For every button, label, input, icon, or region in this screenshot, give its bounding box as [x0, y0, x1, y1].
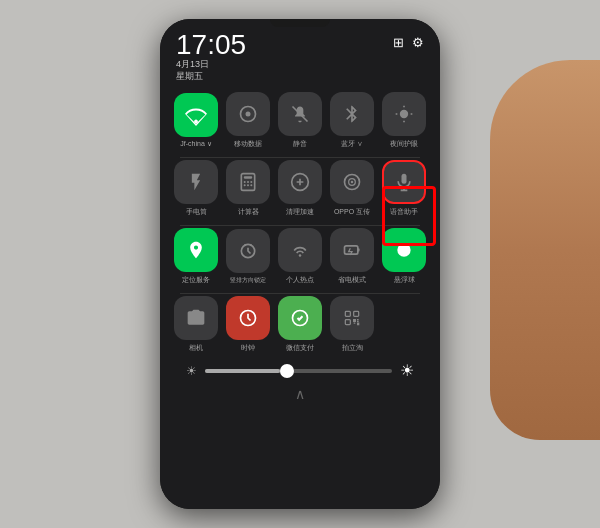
- taobao-scan-icon: [330, 296, 374, 340]
- flashlight-label: 手电筒: [186, 207, 207, 217]
- qs-item-hotspot[interactable]: 个人热点: [276, 228, 324, 285]
- svg-point-11: [244, 181, 246, 183]
- qs-item-silent[interactable]: 静音: [276, 92, 324, 149]
- mobile-data-icon: [226, 92, 270, 136]
- day: 星期五: [176, 71, 203, 81]
- qs-item-taobao-scan[interactable]: 拍立淘: [328, 296, 376, 353]
- svg-point-27: [397, 244, 410, 257]
- status-bar: 17:05 4月13日 星期五 ⊞ ⚙: [160, 19, 440, 86]
- qs-item-flashlight[interactable]: 手电筒: [172, 160, 220, 217]
- qs-item-empty: [380, 301, 428, 348]
- svg-point-16: [250, 185, 252, 187]
- svg-point-13: [250, 181, 252, 183]
- qs-item-voice-assist[interactable]: 语音助手: [380, 160, 428, 217]
- quick-settings: Jf-china ∨ 移动数据 静音: [160, 86, 440, 408]
- qs-item-nightmode[interactable]: 夜间护眼: [380, 92, 428, 149]
- svg-point-0: [194, 120, 198, 124]
- qs-item-bluetooth[interactable]: 蓝牙 ∨: [328, 92, 376, 149]
- qs-item-wechat-pay[interactable]: 微信支付: [276, 296, 324, 353]
- grid-icon: ⊞: [393, 35, 404, 50]
- brightness-thumb[interactable]: [280, 364, 294, 378]
- calculator-label: 计算器: [238, 207, 259, 217]
- brightness-track[interactable]: [205, 369, 392, 373]
- clock-label: 时钟: [241, 343, 255, 353]
- qs-item-clock[interactable]: 时钟: [224, 296, 272, 353]
- phone: 17:05 4月13日 星期五 ⊞ ⚙: [160, 19, 440, 509]
- silent-label: 静音: [293, 139, 307, 149]
- date: 4月13日: [176, 59, 209, 69]
- location-icon: [174, 228, 218, 272]
- brightness-fill: [205, 369, 280, 373]
- qs-item-camera[interactable]: 相机: [172, 296, 220, 353]
- oppo-share-label: OPPO 互传: [334, 207, 370, 217]
- nightmode-icon: [382, 92, 426, 136]
- svg-rect-20: [402, 174, 407, 184]
- qs-row-2: 手电筒 计算器 清理加速: [170, 160, 430, 217]
- gesture-bar: ∧: [170, 386, 430, 402]
- qs-item-oppo-share[interactable]: OPPO 互传: [328, 160, 376, 217]
- qs-item-wifi[interactable]: Jf-china ∨: [172, 93, 220, 148]
- svg-point-14: [244, 185, 246, 187]
- oppo-share-icon: [330, 160, 374, 204]
- empty-icon: [382, 301, 426, 345]
- divider-3: [180, 293, 420, 294]
- svg-rect-32: [345, 320, 350, 325]
- battery-saver-icon: [330, 228, 374, 272]
- qs-row-1: Jf-china ∨ 移动数据 静音: [170, 92, 430, 149]
- hotspot-icon: [278, 228, 322, 272]
- cleanup-label: 清理加速: [286, 207, 314, 217]
- camera-icon: [174, 296, 218, 340]
- qs-row-3: 定位服务 竖排方向锁定 个人热点: [170, 228, 430, 285]
- calculator-icon: [226, 160, 270, 204]
- wifi-label: Jf-china ∨: [180, 140, 211, 148]
- voice-assist-label: 语音助手: [390, 207, 418, 217]
- flashlight-icon: [174, 160, 218, 204]
- clock-icon: [226, 296, 270, 340]
- settings-icon[interactable]: ⚙: [412, 35, 424, 50]
- qs-item-calculator[interactable]: 计算器: [224, 160, 272, 217]
- svg-point-4: [400, 110, 408, 118]
- date-display: 4月13日 星期五: [176, 59, 209, 82]
- wifi-icon: [174, 93, 218, 137]
- gesture-up-icon: ∧: [295, 386, 305, 402]
- voice-assist-icon: [382, 160, 426, 204]
- screen: 17:05 4月13日 星期五 ⊞ ⚙: [160, 19, 440, 509]
- float-ball-icon: [382, 228, 426, 272]
- qs-item-mobile-data[interactable]: 移动数据: [224, 92, 272, 149]
- float-ball-label: 悬浮球: [394, 275, 415, 285]
- orientation-icon: [226, 229, 270, 273]
- svg-rect-31: [354, 312, 359, 317]
- notch: [270, 19, 330, 27]
- time-display: 17:05: [176, 31, 246, 59]
- wechat-pay-label: 微信支付: [286, 343, 314, 353]
- svg-rect-26: [358, 249, 360, 252]
- divider-2: [180, 225, 420, 226]
- hand-right: [490, 60, 600, 440]
- brightness-row: ☀ ☀: [170, 361, 430, 380]
- qs-item-battery-saver[interactable]: 省电模式: [328, 228, 376, 285]
- taobao-scan-label: 拍立淘: [342, 343, 363, 353]
- battery-saver-label: 省电模式: [338, 275, 366, 285]
- svg-rect-10: [244, 177, 252, 180]
- svg-point-2: [246, 112, 251, 117]
- camera-label: 相机: [189, 343, 203, 353]
- qs-row-4: 相机 时钟 微信支付: [170, 296, 430, 353]
- bluetooth-icon: [330, 92, 374, 136]
- svg-point-24: [299, 255, 302, 257]
- location-label: 定位服务: [182, 275, 210, 285]
- svg-point-12: [247, 181, 249, 183]
- nightmode-label: 夜间护眼: [390, 139, 418, 149]
- qs-item-orientation[interactable]: 竖排方向锁定: [224, 229, 272, 285]
- brightness-low-icon: ☀: [186, 364, 197, 378]
- wechat-pay-icon: [278, 296, 322, 340]
- qs-item-cleanup[interactable]: 清理加速: [276, 160, 324, 217]
- svg-point-15: [247, 185, 249, 187]
- bluetooth-label: 蓝牙 ∨: [341, 139, 363, 149]
- status-icons: ⊞ ⚙: [393, 31, 424, 50]
- svg-rect-30: [345, 312, 350, 317]
- qs-item-location[interactable]: 定位服务: [172, 228, 220, 285]
- silent-icon: [278, 92, 322, 136]
- scene: 17:05 4月13日 星期五 ⊞ ⚙: [0, 0, 600, 528]
- qs-item-float-ball[interactable]: 悬浮球: [380, 228, 428, 285]
- time-block: 17:05 4月13日 星期五: [176, 31, 246, 82]
